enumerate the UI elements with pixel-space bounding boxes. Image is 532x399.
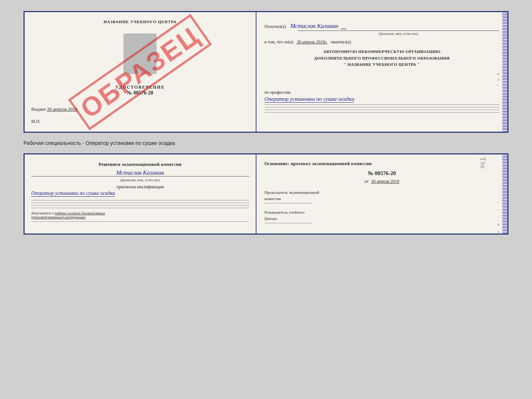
top-doc-right: Получил(а) Мстислав Калинин _ (фамилия, … [256, 12, 507, 132]
chairman-block: Председатель экзаменационнойкомиссии [265, 189, 499, 203]
bottom-document: Решением экзаменационной комиссии Мстисл… [24, 153, 508, 235]
bottom-sep-4 [31, 208, 249, 208]
chairman-signature-line [265, 203, 312, 203]
org-line3: " НАЗВАНИЕ УЧЕБНОГО ЦЕНТРА " [265, 61, 499, 68]
mp-line: М.П. [31, 119, 249, 124]
chairman-label: Председатель экзаменационнойкомиссии [265, 189, 499, 202]
org-line2: ДОПОЛНИТЕЛЬНОГО ПРОФЕССИОНАЛЬНОГО ОБРАЗО… [265, 55, 499, 62]
name-sublabel-top: (фамилия, имя, отчество) [298, 31, 499, 36]
separator-3 [265, 110, 499, 110]
protocol-date-value: 26 апреля 2019 [371, 179, 399, 184]
bottom-doc-right: Основание: протокол экзаменационной коми… [256, 154, 507, 234]
rm-dash2: – [496, 206, 499, 213]
separator-1 [265, 104, 499, 105]
specialty-label: Рабочая специальность - Оператор установ… [24, 139, 508, 147]
right-margin-labels: – – – и а ← – – – – [496, 199, 499, 235]
received-label: Получил(а) [265, 24, 286, 29]
separator-2 [265, 107, 499, 107]
bottom-doc-left: Решением экзаменационной комиссии Мстисл… [25, 154, 256, 234]
recipient-section: Получил(а) Мстислав Калинин _ (фамилия, … [265, 19, 499, 36]
qualification-name: Оператор установки по сушке осадка [31, 190, 249, 196]
rm-i: и [496, 221, 499, 228]
rm-dash3: – [496, 213, 499, 221]
right-decorative-strip [502, 12, 507, 132]
protocol-date: от 26 апреля 2019 [265, 179, 499, 184]
certificate-number: № 00576-20 [31, 90, 249, 96]
qualification-label: присвоена квалификация [31, 184, 249, 190]
protocol-number: № 00576-20 [265, 170, 499, 177]
director-signature-line [265, 223, 312, 223]
top-institution-title: НАЗВАНИЕ УЧЕБНОГО ЦЕНТРА [31, 19, 249, 24]
date-prefix: в том, что он(а) [265, 39, 294, 44]
right-margin-arrow: ← [265, 83, 499, 87]
bottom-note-text: допускается к работе согласно должностны… [31, 211, 105, 219]
director-block: Руководитель учебногоЦентра [265, 209, 499, 223]
org-line1: АВТОНОМНУЮ НЕКОММЕРЧЕСКУЮ ОРГАНИЗАЦИЮ [265, 49, 499, 55]
director-label: Руководитель учебногоЦентра [265, 209, 499, 221]
top-doc-left: НАЗВАНИЕ УЧЕБНОГО ЦЕНТРА УДОСТОВЕРЕНИЕ №… [25, 12, 256, 132]
photo-placeholder [123, 33, 157, 74]
bottom-sep-2 [31, 203, 249, 203]
rm-a: а [496, 228, 499, 235]
date-prefix-bottom: от [364, 179, 369, 184]
bottom-sep-3 [31, 205, 249, 206]
right-margin-text: и [265, 72, 499, 76]
org-block: АВТОНОМНУЮ НЕКОММЕРЧЕСКУЮ ОРГАНИЗАЦИЮ ДО… [265, 49, 499, 68]
certificate-label: УДОСТОВЕРЕНИЕ [31, 85, 249, 90]
issued-date: 26 апреля 2019 [47, 106, 78, 112]
completion-date-line: в том, что он(а) 26 апреля 2019г. окончи… [265, 39, 499, 45]
bottom-sep-1 [31, 200, 249, 200]
right-margin-a: а [265, 77, 499, 81]
recipient-name: Мстислав Калинин [290, 23, 338, 29]
bottom-person-name: Мстислав Калинин [31, 170, 249, 176]
profession-label: по профессии [265, 90, 499, 95]
issued-line: Выдано 26 апреля 2019 [31, 106, 249, 112]
date-value: 26 апреля 2019г. [297, 39, 327, 44]
bottom-sep-5 [31, 221, 249, 222]
tto-mark: Tto [478, 157, 488, 169]
issued-label: Выдано [31, 107, 46, 112]
basis-title: Основание: протокол экзаменационной коми… [265, 161, 499, 167]
date-suffix: окончил(а) [331, 39, 351, 44]
bottom-note: допускается к работе согласно должностны… [31, 211, 249, 219]
separator-4 [265, 112, 499, 113]
bottom-right-decorative-strip [502, 154, 507, 234]
commission-title: Решением экзаменационной комиссии [31, 162, 249, 167]
profession-name-top: Оператор установки по сушке осадка [265, 96, 499, 102]
top-document: НАЗВАНИЕ УЧЕБНОГО ЦЕНТРА УДОСТОВЕРЕНИЕ №… [24, 11, 508, 133]
certificate-section: УДОСТОВЕРЕНИЕ № 00576-20 [31, 85, 249, 96]
name-sublabel-bottom: (фамилия, имя, отчество) [31, 177, 249, 182]
rm-dash1: – [496, 199, 499, 206]
bottom-person-section: Мстислав Калинин (фамилия, имя, отчество… [31, 170, 249, 182]
